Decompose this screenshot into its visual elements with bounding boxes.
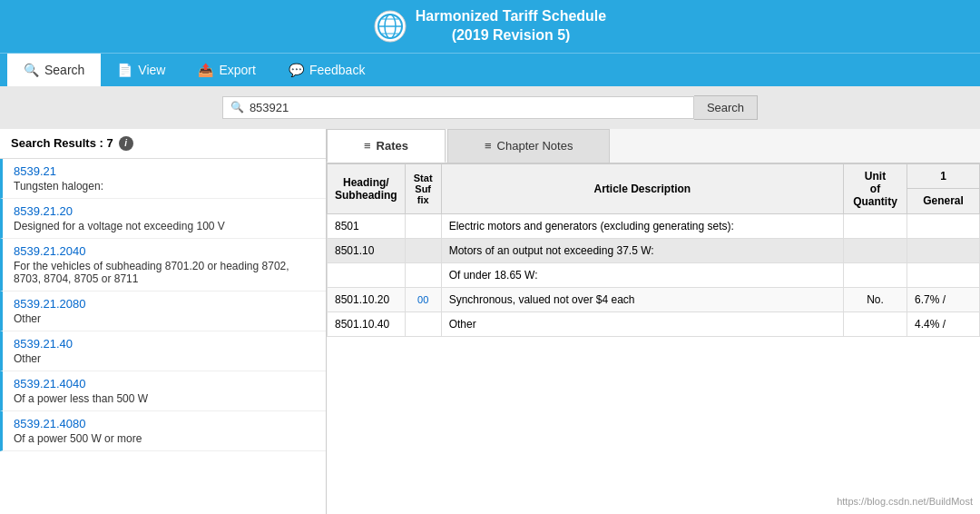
tab-rates[interactable]: ≡ Rates [327,129,446,163]
list-item: 8539.21.40 Other [0,331,326,371]
right-panel: ≡ Rates ≡ Chapter Notes Heading/ Subhead… [327,129,980,514]
result-desc: For the vehicles of subheading 8701.20 o… [14,260,315,285]
table-row: Of under 18.65 W: [328,262,980,287]
left-panel: Search Results : 7 i 8539.21 Tungsten ha… [0,129,327,514]
col-header-stat: StatSuffix [405,163,441,213]
chapter-notes-tab-icon: ≡ [485,139,492,153]
col-header-heading: Heading/ Subheading [328,163,406,213]
search-input[interactable] [250,101,686,114]
cell-unit [844,311,907,336]
result-code[interactable]: 8539.21.40 [14,337,315,351]
cell-heading: 8501 [328,213,406,238]
search-bar: 🔍 Search [0,86,980,129]
search-results-header: Search Results : 7 i [0,129,326,159]
result-code[interactable]: 8539.21 [14,164,315,178]
navbar: 🔍 Search 📄 View 📤 Export 💬 Feedback [0,53,980,86]
result-desc: Other [14,352,315,365]
feedback-nav-icon: 💬 [289,63,304,77]
cell-desc: Electric motors and generators (excludin… [441,213,843,238]
search-icon: 🔍 [230,101,244,114]
cell-rate [907,262,980,287]
result-code[interactable]: 8539.21.4080 [14,417,315,430]
list-item: 8539.21.4040 Of a power less than 500 W [0,371,326,411]
cell-heading: 8501.10.20 [328,287,406,311]
header-title: Harmonized Tariff Schedule (2019 Revisio… [416,7,606,45]
tabs: ≡ Rates ≡ Chapter Notes [327,129,980,163]
list-item: 8539.21.4080 Of a power 500 W or more [0,411,326,451]
search-input-wrapper: 🔍 [222,96,694,119]
result-code[interactable]: 8539.21.20 [14,204,315,218]
cell-stat [405,311,441,336]
table-row: 8501 Electric motors and generators (exc… [328,213,980,238]
result-desc: Other [14,312,315,325]
nav-feedback[interactable]: 💬 Feedback [272,54,381,86]
cell-rate: 4.4% / [907,311,980,336]
cell-heading: 8501.10.40 [328,311,406,336]
result-code[interactable]: 8539.21.2040 [14,244,315,258]
col-header-general: General [907,189,980,214]
list-item: 8539.21.2080 Other [0,292,326,331]
list-item: 8539.21.20 Designed for a voltage not ex… [0,199,326,239]
rates-table: Heading/ Subheading StatSuffix Article D… [327,163,980,337]
rates-tab-icon: ≡ [364,139,371,153]
col-header-unit: UnitofQuantity [844,163,907,213]
cell-desc: Other [441,311,843,336]
result-desc: Of a power less than 500 W [14,392,315,405]
cell-stat [405,262,441,287]
cell-rate [907,238,980,262]
cell-unit [844,213,907,238]
result-code[interactable]: 8539.21.2080 [14,297,315,311]
list-item: 8539.21.2040 For the vehicles of subhead… [0,239,326,292]
cell-rate [907,213,980,238]
cell-stat: 00 [405,287,441,311]
cell-desc: Synchronous, valued not over $4 each [441,287,843,311]
cell-unit [844,262,907,287]
result-desc: Tungsten halogen: [14,180,315,193]
tab-chapter-notes[interactable]: ≡ Chapter Notes [447,129,610,163]
view-nav-icon: 📄 [117,63,132,77]
table-row: 8501.10 Motors of an output not exceedin… [328,238,980,262]
nav-search[interactable]: 🔍 Search [7,54,101,86]
search-nav-icon: 🔍 [24,63,39,77]
cell-rate: 6.7% / [907,287,980,311]
info-icon: i [119,136,133,151]
cell-heading: 8501.10 [328,238,406,262]
table-row: 8501.10.20 00 Synchronous, valued not ov… [328,287,980,311]
list-item: 8539.21 Tungsten halogen: [0,159,326,199]
result-desc: Of a power 500 W or more [14,432,315,445]
watermark: https://blog.csdn.net/BuildMost [837,496,973,507]
nav-view[interactable]: 📄 View [101,54,181,86]
app-header: Harmonized Tariff Schedule (2019 Revisio… [0,0,980,53]
cell-desc: Motors of an output not exceeding 37.5 W… [441,238,843,262]
cell-desc: Of under 18.65 W: [441,262,843,287]
result-desc: Designed for a voltage not exceeding 100… [14,220,315,232]
cell-unit: No. [844,287,907,311]
col-header-rates: 1 [907,163,980,189]
col-header-desc: Article Description [441,163,843,213]
cell-stat [405,213,441,238]
table-row: 8501.10.40 Other 4.4% / [328,311,980,336]
cell-heading [328,262,406,287]
result-code[interactable]: 8539.21.4040 [14,377,315,390]
cell-unit [844,238,907,262]
search-button[interactable]: Search [694,95,758,120]
main-content: Search Results : 7 i 8539.21 Tungsten ha… [0,129,980,514]
export-nav-icon: 📤 [198,63,213,77]
cell-stat [405,238,441,262]
header-logo [374,10,407,43]
nav-export[interactable]: 📤 Export [181,54,271,86]
